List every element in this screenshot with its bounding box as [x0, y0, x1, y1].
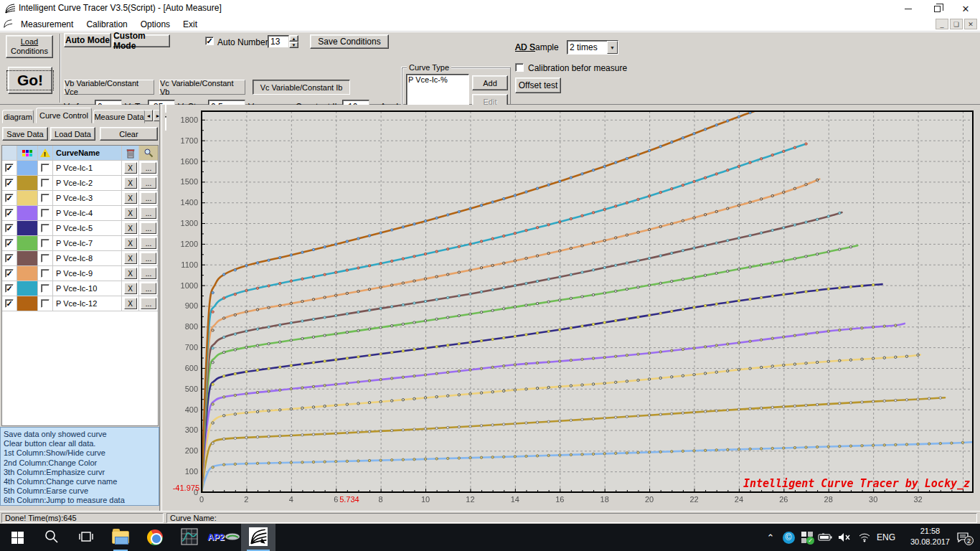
- show-hide-cell[interactable]: ✓: [2, 251, 17, 265]
- mdi-minimize-button[interactable]: _: [936, 19, 948, 29]
- color-cell[interactable]: [17, 296, 38, 311]
- tab-custom-mode[interactable]: Custom Mode: [113, 34, 170, 47]
- curve-name-cell[interactable]: P Vce-Ic-2: [53, 176, 122, 190]
- ad-sample-combo[interactable]: 2 times ▼: [567, 40, 618, 55]
- tray-clock[interactable]: 21:58 30.08.2017: [910, 526, 950, 547]
- show-hide-checkbox[interactable]: ✓: [5, 224, 14, 232]
- color-swatch[interactable]: [17, 161, 37, 175]
- jump-measure-button[interactable]: ...: [141, 283, 156, 294]
- color-cell[interactable]: [17, 161, 38, 175]
- menu-exit[interactable]: Exit: [176, 17, 204, 32]
- emphasize-checkbox[interactable]: [41, 299, 50, 308]
- show-hide-cell[interactable]: ✓: [2, 236, 17, 250]
- trash-icon[interactable]: [122, 146, 139, 160]
- load-conditions-button[interactable]: Load Conditions: [6, 35, 53, 58]
- subtab-1[interactable]: Vb Variable/Constant Vce: [64, 80, 154, 95]
- erase-curve-button[interactable]: X: [124, 298, 137, 309]
- curve-name-cell[interactable]: P Vce-Ic-8: [53, 251, 122, 265]
- show-hide-checkbox[interactable]: ✓: [5, 179, 14, 187]
- go-button[interactable]: Go!: [8, 67, 52, 94]
- menu-measurement[interactable]: Measurement: [14, 17, 80, 32]
- show-hide-cell[interactable]: ✓: [2, 176, 17, 190]
- palette-icon[interactable]: [17, 146, 38, 160]
- subtab-3[interactable]: Vc Variable/Constant Ib: [253, 80, 350, 95]
- taskbar-ap2-app[interactable]: AP2: [207, 524, 241, 551]
- tray-copyright-icon[interactable]: ©: [781, 524, 796, 551]
- color-swatch[interactable]: [17, 221, 37, 235]
- show-hide-checkbox[interactable]: ✓: [5, 269, 14, 278]
- menu-options[interactable]: Options: [134, 17, 176, 32]
- erase-curve-button[interactable]: X: [124, 237, 137, 249]
- jump-measure-button[interactable]: ...: [141, 237, 156, 249]
- spinner-up-icon[interactable]: ▲: [289, 35, 298, 42]
- emphasize-cell[interactable]: [38, 281, 53, 296]
- color-swatch[interactable]: [17, 296, 37, 311]
- curve-chart-canvas[interactable]: [166, 105, 980, 511]
- curve-name-cell[interactable]: P Vce-Ic-5: [53, 221, 122, 235]
- color-swatch[interactable]: [17, 236, 37, 250]
- taskbar-graph-app[interactable]: [172, 524, 207, 551]
- subtab-2[interactable]: Vc Variable/Constant Vb: [159, 80, 245, 95]
- jump-measure-button[interactable]: ...: [141, 192, 156, 204]
- color-cell[interactable]: [17, 236, 38, 250]
- emphasize-cell[interactable]: [38, 206, 53, 220]
- calibration-checkbox[interactable]: [515, 63, 524, 72]
- tray-wifi-icon[interactable]: [855, 524, 874, 551]
- button-save-data[interactable]: Save Data: [2, 127, 48, 141]
- color-swatch[interactable]: [17, 281, 37, 296]
- taskbar-search[interactable]: [34, 524, 69, 551]
- curve-name-cell[interactable]: P Vce-Ic-4: [53, 206, 122, 220]
- emphasize-cell[interactable]: [38, 251, 53, 265]
- button-clear[interactable]: Clear: [100, 127, 158, 141]
- jump-measure-button[interactable]: ...: [141, 162, 156, 174]
- taskbar-start[interactable]: [0, 524, 34, 551]
- panel-divider[interactable]: [159, 105, 162, 511]
- curve-name-cell[interactable]: P Vce-Ic-9: [53, 266, 122, 281]
- panel-tab-measure-data[interactable]: Measure Data: [93, 110, 145, 123]
- curve-name-cell[interactable]: P Vce-Ic-12: [53, 296, 122, 311]
- color-swatch[interactable]: [17, 251, 37, 265]
- emphasize-cell[interactable]: [38, 221, 53, 235]
- magnifier-icon[interactable]: [139, 146, 158, 160]
- erase-curve-button[interactable]: X: [124, 177, 137, 189]
- color-cell[interactable]: [17, 281, 38, 296]
- panel-tab-diagram[interactable]: diagram: [2, 110, 34, 123]
- auto-number-value[interactable]: 13: [268, 35, 289, 48]
- taskbar-curve-tracer[interactable]: [241, 524, 275, 551]
- emphasize-checkbox[interactable]: [41, 254, 50, 263]
- tray-notification-icon[interactable]: 2: [951, 524, 976, 551]
- tray-language[interactable]: ENG: [875, 524, 897, 551]
- color-cell[interactable]: [17, 251, 38, 265]
- color-cell[interactable]: [17, 266, 38, 281]
- tab-scroll-left-icon[interactable]: ◄: [144, 110, 153, 121]
- emphasize-cell[interactable]: [38, 176, 53, 190]
- show-hide-checkbox[interactable]: ✓: [5, 284, 14, 293]
- emphasize-checkbox[interactable]: [41, 164, 50, 172]
- show-hide-checkbox[interactable]: ✓: [5, 254, 14, 263]
- curve-type-item[interactable]: P Vce-Ic-%: [408, 75, 467, 84]
- show-hide-cell[interactable]: ✓: [2, 281, 17, 296]
- color-swatch[interactable]: [17, 266, 37, 281]
- tab-auto-mode[interactable]: Auto Mode: [64, 33, 111, 47]
- jump-measure-button[interactable]: ...: [141, 253, 156, 264]
- taskbar-task-view[interactable]: [69, 524, 103, 551]
- emphasize-checkbox[interactable]: [41, 224, 50, 232]
- taskbar-chrome[interactable]: [138, 524, 172, 551]
- color-swatch[interactable]: [17, 191, 37, 205]
- jump-measure-button[interactable]: ...: [141, 268, 156, 279]
- show-hide-cell[interactable]: ✓: [2, 266, 17, 281]
- jump-measure-button[interactable]: ...: [141, 207, 156, 219]
- close-button[interactable]: ✕: [951, 0, 980, 17]
- erase-curve-button[interactable]: X: [124, 253, 137, 264]
- color-cell[interactable]: [17, 176, 38, 190]
- emphasize-cell[interactable]: [38, 266, 53, 281]
- auto-number-spinner[interactable]: ▲ ▼: [289, 35, 298, 48]
- show-hide-cell[interactable]: ✓: [2, 161, 17, 175]
- tray-volume-muted-icon[interactable]: [835, 524, 854, 551]
- restore-button[interactable]: [923, 0, 951, 17]
- emphasize-cell[interactable]: [38, 236, 53, 250]
- show-hide-checkbox[interactable]: ✓: [5, 194, 14, 202]
- erase-curve-button[interactable]: X: [124, 192, 137, 204]
- erase-curve-button[interactable]: X: [124, 222, 137, 234]
- color-cell[interactable]: [17, 206, 38, 220]
